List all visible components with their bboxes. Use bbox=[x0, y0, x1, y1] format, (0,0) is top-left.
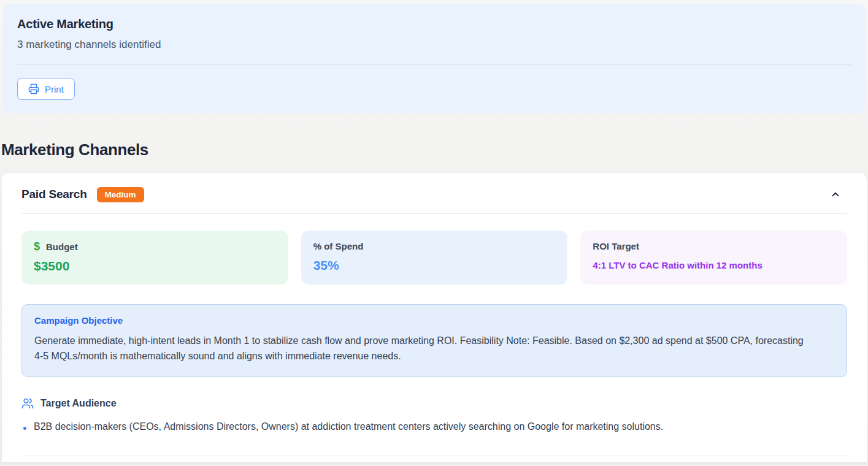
spend-label: % of Spend bbox=[313, 241, 364, 251]
print-button[interactable]: Print bbox=[17, 78, 75, 100]
chevron-up-icon bbox=[830, 189, 841, 200]
dollar-icon: $ bbox=[34, 241, 40, 252]
active-marketing-banner: Active Marketing 3 marketing channels id… bbox=[2, 4, 866, 113]
audience-item-text: B2B decision-makers (CEOs, Admissions Di… bbox=[34, 421, 663, 432]
budget-label: Budget bbox=[46, 242, 78, 252]
list-item: B2B decision-makers (CEOs, Admissions Di… bbox=[21, 421, 847, 432]
campaign-objective-box: Campaign Objective Generate immediate, h… bbox=[21, 304, 847, 377]
banner-divider bbox=[17, 64, 851, 65]
roi-value: 4:1 LTV to CAC Ratio within 12 months bbox=[593, 260, 835, 270]
stats-row: $ Budget $3500 % of Spend 35% ROI Target… bbox=[2, 214, 867, 285]
target-audience-list: B2B decision-makers (CEOs, Admissions Di… bbox=[21, 421, 847, 432]
roi-label: ROI Target bbox=[593, 241, 639, 251]
banner-subtitle: 3 marketing channels identified bbox=[17, 39, 851, 51]
marketing-channels-heading: Marketing Channels bbox=[1, 140, 868, 159]
campaign-objective-title: Campaign Objective bbox=[34, 315, 834, 326]
roi-stat-card: ROI Target 4:1 LTV to CAC Ratio within 1… bbox=[580, 231, 847, 285]
printer-icon bbox=[28, 83, 39, 94]
spend-value: 35% bbox=[313, 258, 556, 273]
target-audience-title: Target Audience bbox=[40, 398, 117, 409]
channel-title: Paid Search bbox=[21, 188, 87, 201]
budget-stat-card: $ Budget $3500 bbox=[21, 231, 288, 285]
collapse-button[interactable] bbox=[828, 186, 843, 202]
paid-search-card: Paid Search Medium $ Budget $3500 % of S… bbox=[2, 173, 867, 462]
campaign-objective-body: Generate immediate, high-intent leads in… bbox=[34, 334, 807, 364]
users-icon bbox=[21, 397, 34, 410]
section-divider bbox=[21, 456, 847, 456]
bullet-dot-icon bbox=[23, 427, 26, 430]
priority-badge: Medium bbox=[97, 187, 144, 202]
budget-value: $3500 bbox=[34, 259, 276, 273]
target-audience-section: Target Audience B2B decision-makers (CEO… bbox=[21, 397, 847, 432]
spend-stat-card: % of Spend 35% bbox=[301, 231, 568, 285]
channel-card-header: Paid Search Medium bbox=[2, 173, 867, 213]
banner-title: Active Marketing bbox=[17, 17, 851, 31]
print-button-label: Print bbox=[45, 84, 64, 94]
